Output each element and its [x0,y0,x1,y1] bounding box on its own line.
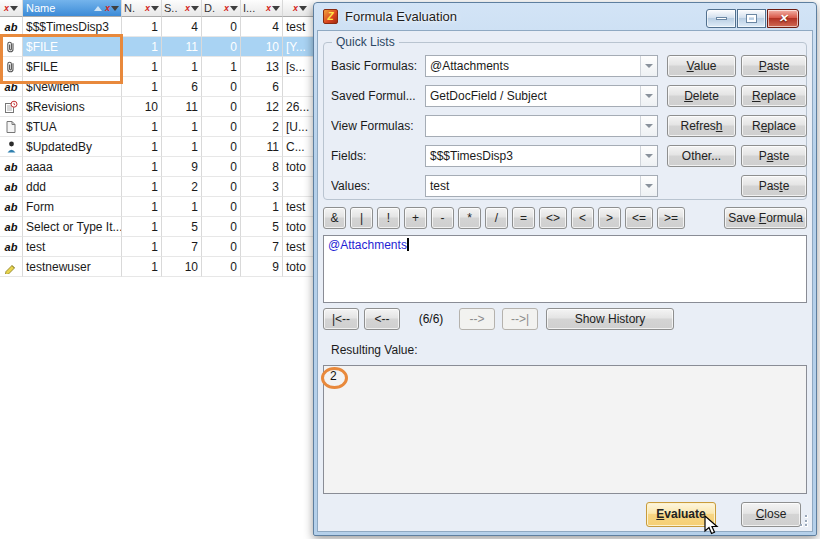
cell-i: 10 [241,37,283,57]
chevron-down-icon[interactable] [640,176,657,196]
header-n-column[interactable]: N.x [122,0,162,17]
cell-i: 12 [241,97,283,117]
cell-s: 5 [162,217,202,237]
cell-d: 0 [202,177,241,197]
table-row[interactable]: ab $$$TimesDisp3 1 4 0 4 test [0,17,314,37]
header-value-column[interactable]: x [283,0,314,17]
values-combo[interactable]: test [425,175,658,197]
field-name: $TUA [23,117,122,137]
table-row[interactable]: ab test 1 7 0 7 test [0,237,314,257]
replace-button[interactable]: Replace [741,115,807,137]
fields-label: Fields: [331,145,423,167]
table-row[interactable]: ab aaaa 1 9 0 8 toto [0,157,314,177]
resulting-value-box[interactable]: 2 [323,365,807,494]
nav-first-button[interactable]: |<-- [323,308,359,330]
save-formula-button[interactable]: Save Formula [724,207,807,229]
filter-icon[interactable]: x [105,4,119,13]
operator-and-button[interactable]: & [323,207,346,229]
header-name-column[interactable]: Namex [23,0,122,17]
header-name-label: Name [26,2,55,14]
table-row[interactable]: ab ddd 1 2 0 3 [0,177,314,197]
view-formulas-combo[interactable] [425,115,658,137]
show-history-button[interactable]: Show History [546,308,674,330]
evaluate-button[interactable]: Evaluate [646,502,716,527]
formula-evaluation-dialog: Z Formula Evaluation ✕ Quick Lists Basic… [313,2,817,536]
operator-divide-button[interactable]: / [485,207,508,229]
paste-button[interactable]: Paste [741,55,807,77]
nav-last-button[interactable]: -->| [502,308,538,330]
close-button[interactable]: Close [741,502,801,527]
operator-notequal-button[interactable]: <> [539,207,567,229]
resize-grip[interactable] [796,515,808,527]
header-d-column[interactable]: D.x [202,0,241,17]
nav-next-button[interactable]: --> [459,308,495,330]
filter-icon[interactable]: x [224,4,238,13]
cell-value: [s... [283,57,314,77]
values-label: Values: [331,175,423,197]
close-window-button[interactable]: ✕ [767,9,799,28]
table-row[interactable]: ab $Newitem 1 6 0 6 [0,77,314,97]
filter-icon[interactable]: x [185,4,199,13]
header-s-column[interactable]: S..x [162,0,202,17]
operator-less-button[interactable]: < [571,207,594,229]
operator-multiply-button[interactable]: * [458,207,481,229]
operator-lessequal-button[interactable]: <= [625,207,653,229]
table-row[interactable]: $FILE 1 1 1 13 [s... [0,57,314,77]
cell-d: 0 [202,217,241,237]
filter-icon[interactable]: x [266,4,280,13]
table-row-selected[interactable]: $FILE 1 11 0 10 [Y... [0,37,314,57]
table-row[interactable]: $UpdatedBy 1 1 0 11 C... [0,137,314,157]
operator-or-button[interactable]: | [350,207,373,229]
table-row[interactable]: $Revisions 10 11 0 12 26... [0,97,314,117]
view-formulas-label: View Formulas: [331,115,423,137]
filter-icon[interactable]: x [293,4,307,13]
operator-greater-button[interactable]: > [598,207,621,229]
paste-button[interactable]: Paste [741,175,807,197]
cell-n: 1 [122,17,162,37]
table-row[interactable]: ab Form 1 1 0 1 test [0,197,314,217]
refresh-button[interactable]: Refresh [667,115,736,137]
cell-n: 1 [122,157,162,177]
history-icon [0,97,23,117]
chevron-down-icon[interactable] [640,146,657,166]
paste-button[interactable]: Paste [741,145,807,167]
chevron-down-icon[interactable] [640,116,657,136]
field-name: $$$TimesDisp3 [23,17,122,37]
saved-formulas-combo[interactable]: GetDocField / Subject [425,85,658,107]
replace-button[interactable]: Replace [741,85,807,107]
value-button[interactable]: Value [667,55,736,77]
table-row[interactable]: $TUA 1 1 0 2 [U... [0,117,314,137]
operator-not-button[interactable]: ! [377,207,400,229]
cell-d: 0 [202,77,241,97]
field-name: $UpdatedBy [23,137,122,157]
minimize-button[interactable] [706,9,736,28]
operator-greaterequal-button[interactable]: >= [657,207,685,229]
combo-value: @Attachments [426,59,640,73]
table-row[interactable]: testnewuser 1 10 0 9 toto [0,257,314,277]
fields-combo[interactable]: $$$TimesDisp3 [425,145,658,167]
maximize-button[interactable] [737,9,766,28]
cell-i: 11 [241,137,283,157]
cell-s: 11 [162,37,202,57]
filter-icon[interactable]: x [145,4,159,13]
chevron-down-icon[interactable] [640,86,657,106]
other-button[interactable]: Other... [667,145,736,167]
chevron-down-icon[interactable] [640,56,657,76]
filter-icon[interactable]: x [4,4,18,13]
basic-formulas-label: Basic Formulas: [331,55,423,77]
maximize-icon [747,15,756,22]
nav-prev-button[interactable]: <-- [364,308,400,330]
text-field-icon: ab [0,177,23,197]
table-row[interactable]: ab Select or Type It... 1 5 0 5 toto [0,217,314,237]
header-i-column[interactable]: I...x [241,0,283,17]
text-field-icon: ab [0,197,23,217]
operator-minus-button[interactable]: - [431,207,454,229]
basic-formulas-combo[interactable]: @Attachments [425,55,658,77]
result-value: 2 [330,369,337,383]
operator-equals-button[interactable]: = [512,207,535,229]
field-name: $Revisions [23,97,122,117]
formula-editor[interactable]: @Attachments [323,235,807,303]
delete-button[interactable]: Delete [667,85,736,107]
header-icon-column[interactable]: x [0,0,23,17]
operator-plus-button[interactable]: + [404,207,427,229]
